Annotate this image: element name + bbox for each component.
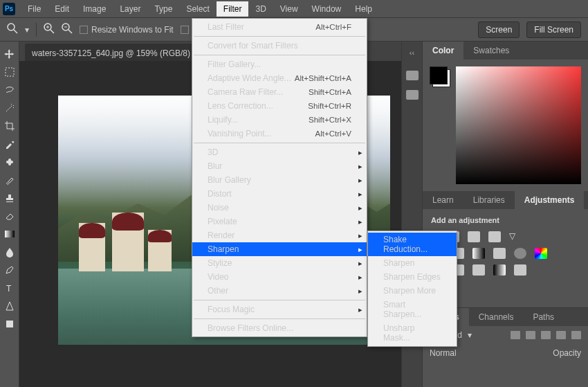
lasso-tool[interactable] — [1, 82, 18, 98]
filter-browse-online[interactable]: Browse Filters Online... — [192, 321, 367, 335]
stamp-tool[interactable] — [1, 190, 18, 206]
filter-other[interactable]: Other — [192, 284, 367, 298]
foreground-color-swatch[interactable] — [430, 66, 448, 84]
filter-camera-raw[interactable]: Camera Raw Filter...Shift+Ctrl+A — [192, 85, 367, 99]
filter-blur-gallery[interactable]: Blur Gallery — [192, 173, 367, 187]
menu-file[interactable]: File — [21, 1, 48, 17]
tab-color[interactable]: Color — [423, 42, 463, 60]
fill-screen-button[interactable]: Fill Screen — [526, 21, 581, 38]
tools-panel: T — [0, 42, 19, 387]
channel-mixer-icon[interactable] — [514, 248, 526, 259]
gradient-map-icon[interactable] — [493, 264, 506, 276]
filter-sharpen[interactable]: Sharpen — [192, 242, 367, 256]
filter-blur[interactable]: Blur — [192, 159, 367, 173]
filter-liquify[interactable]: Liquify...Shift+Ctrl+X — [192, 113, 367, 127]
type-tool[interactable]: T — [1, 280, 18, 296]
sharpen-edges[interactable]: Sharpen Edges — [368, 270, 457, 284]
filter-image-icon[interactable] — [511, 331, 520, 339]
menu-bar: Ps File Edit Image Layer Type Select Fil… — [0, 0, 588, 18]
filter-smart-icon[interactable] — [571, 331, 581, 339]
menu-window[interactable]: Window — [305, 1, 349, 17]
sharpen-unsharp-mask[interactable]: Unsharp Mask... — [368, 321, 457, 345]
photo-filter-icon[interactable] — [493, 248, 506, 259]
dropdown-chevron-icon[interactable]: ▾ — [25, 25, 29, 35]
color-picker[interactable] — [456, 66, 581, 184]
wand-tool[interactable] — [1, 100, 18, 116]
gradient-tool[interactable] — [1, 226, 18, 242]
sharpen-submenu: Shake Reduction... Sharpen Sharpen Edges… — [367, 231, 457, 347]
tab-channels[interactable]: Channels — [469, 308, 524, 326]
menu-edit[interactable]: Edit — [48, 1, 76, 17]
blend-mode-select[interactable]: Normal — [430, 348, 457, 358]
filter-pixelate[interactable]: Pixelate — [192, 215, 367, 228]
resize-windows-checkbox[interactable]: Resize Windows to Fit — [80, 25, 174, 35]
filter-3d[interactable]: 3D — [192, 145, 367, 159]
pen-tool[interactable] — [1, 262, 18, 278]
document-tab[interactable]: waters-3357125_640.jpg @ 159% (RGB/8) × — [25, 44, 208, 61]
color-panel: Color Swatches — [423, 42, 588, 191]
filter-convert-smart[interactable]: Convert for Smart Filters — [192, 39, 367, 53]
menu-type[interactable]: Type — [147, 1, 179, 17]
tab-paths[interactable]: Paths — [523, 308, 564, 326]
tab-libraries[interactable]: Libraries — [463, 191, 515, 209]
menu-layer[interactable]: Layer — [113, 1, 147, 17]
strip-panel-icon[interactable] — [406, 90, 419, 100]
curves-icon[interactable] — [468, 231, 480, 242]
tab-swatches[interactable]: Swatches — [463, 42, 519, 60]
exposure-icon[interactable] — [488, 231, 501, 242]
document-tab-title: waters-3357125_640.jpg @ 159% (RGB/8) — [32, 48, 190, 58]
svg-line-5 — [50, 30, 54, 33]
eyedropper-tool[interactable] — [1, 136, 18, 152]
filter-distort[interactable]: Distort — [192, 187, 367, 201]
sharpen-shake-reduction[interactable]: Shake Reduction... — [368, 233, 457, 256]
filter-stylize[interactable]: Stylize — [192, 256, 367, 270]
threshold-icon[interactable] — [472, 264, 485, 276]
zoom-out-icon[interactable] — [62, 23, 73, 36]
fit-screen-button[interactable]: Screen — [478, 21, 520, 38]
filter-adjust-icon[interactable] — [526, 331, 535, 339]
selective-color-icon[interactable] — [514, 264, 526, 276]
filter-vanishing-point[interactable]: Vanishing Point...Alt+Ctrl+V — [192, 127, 367, 141]
blur-tool[interactable] — [1, 244, 18, 260]
zoom-tool-icon[interactable] — [7, 23, 18, 36]
collapse-arrows-icon[interactable]: ‹‹ — [410, 48, 414, 57]
shape-tool[interactable] — [1, 316, 18, 332]
crop-tool[interactable] — [1, 118, 18, 134]
filter-adaptive-wide-angle[interactable]: Adaptive Wide Angle...Alt+Shift+Ctrl+A — [192, 71, 367, 85]
filter-render[interactable]: Render — [192, 228, 367, 242]
menu-select[interactable]: Select — [179, 1, 216, 17]
path-tool[interactable] — [1, 298, 18, 314]
adjustments-title: Add an adjustment — [431, 216, 580, 224]
bw-icon[interactable] — [472, 248, 485, 259]
filter-last-filter[interactable]: Last FilterAlt+Ctrl+F — [192, 20, 367, 34]
separator — [36, 23, 37, 37]
menu-filter[interactable]: Filter — [217, 1, 249, 17]
strip-panel-icon[interactable] — [406, 71, 419, 80]
filter-focus-magic[interactable]: Focus Magic — [192, 303, 367, 316]
brush-tool[interactable] — [1, 172, 18, 188]
filter-chevron-icon[interactable]: ▾ — [468, 330, 472, 340]
color-lookup-icon[interactable] — [535, 248, 547, 259]
filter-shape-icon[interactable] — [556, 331, 566, 339]
sharpen-smart[interactable]: Smart Sharpen... — [368, 298, 457, 321]
filter-lens-correction[interactable]: Lens Correction...Shift+Ctrl+R — [192, 99, 367, 113]
marquee-tool[interactable] — [1, 64, 18, 80]
tab-learn[interactable]: Learn — [423, 191, 463, 209]
move-tool[interactable] — [1, 46, 18, 62]
tab-adjustments[interactable]: Adjustments — [515, 191, 585, 209]
opacity-label: Opacity — [553, 348, 581, 358]
sharpen-sharpen[interactable]: Sharpen — [368, 256, 457, 270]
menu-image[interactable]: Image — [76, 1, 113, 17]
menu-3d[interactable]: 3D — [248, 1, 273, 17]
zoom-in-icon[interactable] — [44, 23, 55, 36]
menu-help[interactable]: Help — [348, 1, 379, 17]
filter-gallery[interactable]: Filter Gallery... — [192, 57, 367, 71]
filter-noise[interactable]: Noise — [192, 201, 367, 215]
vibrance-icon[interactable]: ▽ — [509, 231, 515, 242]
filter-video[interactable]: Video — [192, 270, 367, 284]
eraser-tool[interactable] — [1, 208, 18, 224]
menu-view[interactable]: View — [273, 1, 305, 17]
filter-type-icon[interactable] — [541, 331, 551, 339]
sharpen-more[interactable]: Sharpen More — [368, 284, 457, 298]
heal-tool[interactable] — [1, 154, 18, 170]
